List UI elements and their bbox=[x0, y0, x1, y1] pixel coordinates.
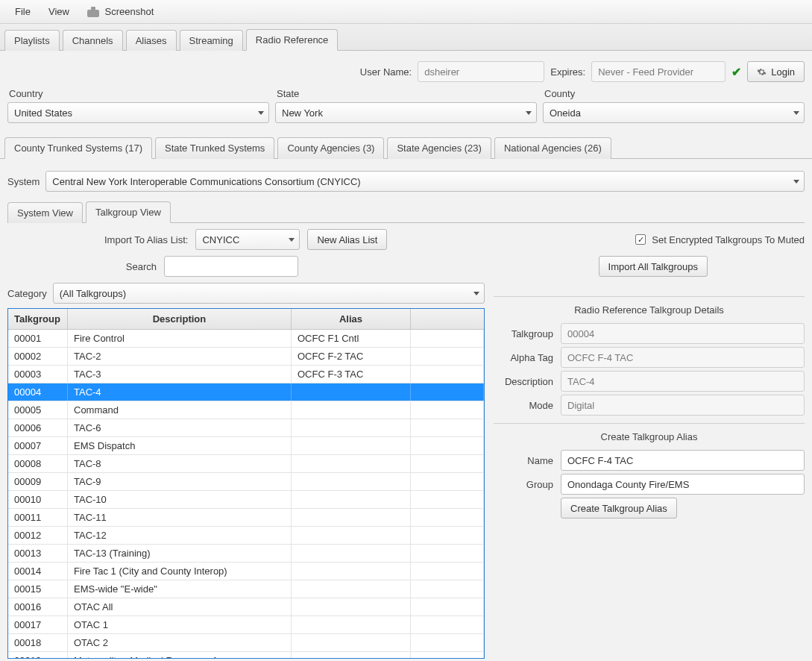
category-select[interactable]: (All Talkgroups) bbox=[53, 283, 485, 304]
menu-file[interactable]: File bbox=[7, 3, 38, 20]
cell-extra bbox=[411, 366, 484, 383]
cell-talkgroup: 00005 bbox=[8, 401, 68, 419]
col-header-description[interactable]: Description bbox=[68, 309, 292, 329]
mute-encrypted-checkbox[interactable] bbox=[635, 234, 646, 245]
col-header-alias[interactable]: Alias bbox=[292, 309, 411, 329]
cell-description: Fire Control bbox=[68, 330, 292, 347]
cell-alias bbox=[292, 383, 411, 401]
username-field: dsheirer bbox=[418, 61, 544, 82]
detail-mode-value: Digital bbox=[561, 395, 805, 416]
agency-tab-2[interactable]: County Agencies (3) bbox=[277, 137, 384, 159]
cell-talkgroup: 00007 bbox=[8, 437, 68, 454]
search-input[interactable] bbox=[164, 256, 298, 277]
cell-talkgroup: 00013 bbox=[8, 545, 68, 562]
table-row[interactable]: 00010TAC-10 bbox=[8, 491, 484, 509]
cell-extra bbox=[411, 580, 484, 598]
cell-alias bbox=[292, 580, 411, 598]
main-split: Category (All Talkgroups) Talkgroup Desc… bbox=[0, 283, 812, 661]
agency-tab-3[interactable]: State Agencies (23) bbox=[387, 137, 491, 159]
cell-description: OTAC All bbox=[68, 598, 292, 615]
cell-alias bbox=[292, 509, 411, 526]
import-all-button[interactable]: Import All Talkgroups bbox=[599, 256, 708, 277]
table-row[interactable]: 00005Command bbox=[8, 401, 484, 419]
cell-alias bbox=[292, 527, 411, 544]
country-select[interactable]: United States bbox=[7, 102, 269, 123]
grid-header: Talkgroup Description Alias bbox=[8, 309, 484, 330]
chevron-down-icon bbox=[258, 111, 264, 115]
view-tab-0[interactable]: System View bbox=[7, 202, 83, 223]
table-row[interactable]: 00011TAC-11 bbox=[8, 509, 484, 527]
menu-screenshot[interactable]: Screenshot bbox=[80, 3, 161, 20]
search-label: Search bbox=[126, 261, 157, 272]
cell-alias bbox=[292, 473, 411, 490]
cell-alias bbox=[292, 437, 411, 454]
agency-tab-1[interactable]: State Trunked Systems bbox=[155, 137, 274, 159]
table-row[interactable]: 00007EMS Dispatch bbox=[8, 437, 484, 455]
table-row[interactable]: 00018OTAC 2 bbox=[8, 634, 484, 652]
system-label: System bbox=[7, 176, 40, 187]
alias-list-select[interactable]: CNYICC bbox=[195, 229, 300, 250]
login-button[interactable]: Login bbox=[747, 61, 805, 82]
create-group-input[interactable] bbox=[561, 474, 805, 495]
cell-talkgroup: 00004 bbox=[8, 383, 68, 401]
cell-extra bbox=[411, 545, 484, 562]
cell-description: OTAC 2 bbox=[68, 634, 292, 651]
cell-description: TAC-11 bbox=[68, 509, 292, 526]
expires-label: Expires: bbox=[550, 66, 585, 78]
main-tab-3[interactable]: Streaming bbox=[180, 30, 243, 51]
table-row[interactable]: 00001Fire ControlOCFC F1 Cntl bbox=[8, 330, 484, 348]
table-row[interactable]: 00002TAC-2OCFC F-2 TAC bbox=[8, 348, 484, 366]
table-row[interactable]: 00015EMS-wide "E-wide" bbox=[8, 580, 484, 598]
cell-talkgroup: 00019 bbox=[8, 652, 68, 658]
agency-tab-0[interactable]: County Trunked Systems (17) bbox=[4, 137, 152, 159]
table-row[interactable]: 00003TAC-3OCFC F-3 TAC bbox=[8, 366, 484, 383]
view-tab-1[interactable]: Talkgroup View bbox=[86, 201, 171, 223]
cell-extra bbox=[411, 455, 484, 472]
col-header-talkgroup[interactable]: Talkgroup bbox=[8, 309, 68, 329]
create-name-label: Name bbox=[494, 455, 553, 466]
create-name-input[interactable] bbox=[561, 450, 805, 471]
state-select[interactable]: New York bbox=[275, 102, 537, 123]
table-row[interactable]: 00006TAC-6 bbox=[8, 419, 484, 437]
main-tab-4[interactable]: Radio Reference bbox=[246, 29, 339, 51]
cell-extra bbox=[411, 401, 484, 419]
detail-talkgroup-value: 00004 bbox=[561, 323, 805, 344]
cell-talkgroup: 00008 bbox=[8, 455, 68, 472]
table-row[interactable]: 00014Fire Tac 1 (City and County Interop… bbox=[8, 563, 484, 580]
col-header-extra bbox=[411, 309, 484, 329]
category-row: Category (All Talkgroups) bbox=[7, 283, 485, 304]
table-row[interactable]: 00008TAC-8 bbox=[8, 455, 484, 473]
cell-alias bbox=[292, 545, 411, 562]
cell-talkgroup: 00006 bbox=[8, 419, 68, 436]
cell-alias bbox=[292, 634, 411, 651]
grid-body[interactable]: 00001Fire ControlOCFC F1 Cntl00002TAC-2O… bbox=[8, 330, 484, 658]
expires-field: Never - Feed Provider bbox=[591, 61, 726, 82]
main-tab-0[interactable]: Playlists bbox=[4, 30, 60, 51]
table-row[interactable]: 00016OTAC All bbox=[8, 598, 484, 616]
table-row[interactable]: 00004TAC-4 bbox=[8, 383, 484, 401]
main-tab-1[interactable]: Channels bbox=[63, 30, 123, 51]
cell-alias bbox=[292, 563, 411, 580]
detail-desc-label: Description bbox=[494, 376, 553, 387]
agency-tab-4[interactable]: National Agencies (26) bbox=[494, 137, 611, 159]
cell-extra bbox=[411, 491, 484, 508]
cell-talkgroup: 00011 bbox=[8, 509, 68, 526]
main-tab-2[interactable]: Aliases bbox=[126, 30, 177, 51]
table-row[interactable]: 00013TAC-13 (Training) bbox=[8, 545, 484, 563]
system-select[interactable]: Central New York Interoperable Communica… bbox=[45, 171, 805, 192]
cell-alias: OCFC F1 Cntl bbox=[292, 330, 411, 347]
table-row[interactable]: 00019Metropolitan Medical Response A bbox=[8, 652, 484, 658]
new-alias-list-button[interactable]: New Alias List bbox=[307, 229, 387, 250]
cell-alias bbox=[292, 419, 411, 436]
details-pane: Radio Reference Talkgroup Details Talkgr… bbox=[494, 283, 805, 521]
menu-view[interactable]: View bbox=[41, 3, 77, 20]
gear-icon bbox=[757, 67, 767, 77]
table-row[interactable]: 00012TAC-12 bbox=[8, 527, 484, 545]
cell-extra bbox=[411, 634, 484, 651]
table-row[interactable]: 00009TAC-9 bbox=[8, 473, 484, 491]
cell-talkgroup: 00009 bbox=[8, 473, 68, 490]
county-select[interactable]: Oneida bbox=[543, 102, 805, 123]
table-row[interactable]: 00017OTAC 1 bbox=[8, 616, 484, 634]
create-alias-button[interactable]: Create Talkgroup Alias bbox=[561, 498, 677, 519]
login-button-label: Login bbox=[771, 66, 795, 78]
